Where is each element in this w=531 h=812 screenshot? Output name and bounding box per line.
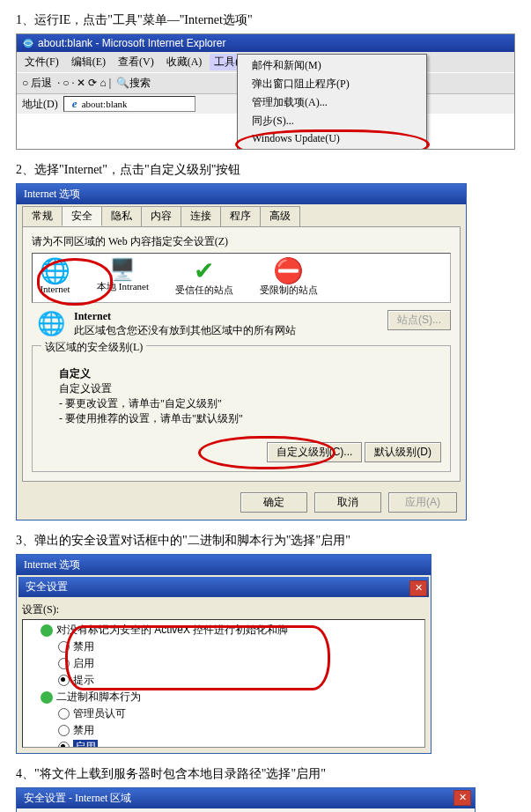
step4-text: 4、"将文件上载到服务器时包含本地目录路径"选择"启用" (16, 766, 515, 782)
tree-category: 对没有标记为安全的 ActiveX 控件进行初始化和脚 (25, 622, 423, 639)
apply-button: 应用(A) (388, 492, 457, 513)
tab-programs[interactable]: 程序 (220, 206, 261, 226)
tools-dropdown-menu: 邮件和新闻(M) 弹出窗口阻止程序(P) 管理加载项(A)... 同步(S)..… (237, 54, 427, 149)
custom-level-button[interactable]: 自定义级别(C)... (267, 442, 363, 462)
menu-file[interactable]: 文件(F) (20, 54, 63, 70)
restricted-icon: ⛔ (260, 259, 318, 284)
cancel-button[interactable]: 取消 (314, 492, 381, 513)
menu-item-popup[interactable]: 弹出窗口阻止程序(P) (240, 75, 424, 93)
tree-option-disable[interactable]: 禁用 (25, 639, 423, 655)
settings-label: 设置(S): (22, 602, 425, 619)
tree-option-enable-selected[interactable]: 启用 (25, 739, 423, 748)
level-fieldset: 该区域的安全级别(L) 自定义 自定义设置 - 要更改设置，请单击"自定义级别"… (32, 345, 451, 472)
tab-body-security: 请为不同区域的 Web 内容指定安全设置(Z) 🌐 Internet 🖥️ 本地… (22, 226, 461, 482)
tab-connections[interactable]: 连接 (181, 206, 221, 226)
screenshot-4-security-settings-upload: 安全设置 - Internet 区域 ✕ 设置 e加载应用程序和不安全文件 禁用… (16, 787, 476, 812)
subdialog-title: 安全设置 (18, 577, 429, 597)
tree-option-admin[interactable]: 管理员认可 (25, 705, 423, 722)
tab-general[interactable]: 常规 (22, 206, 63, 226)
custom-line3: - 要使用推荐的设置，请单击"默认级别" (59, 412, 243, 424)
check-icon: ✔ (175, 259, 233, 284)
dialog-body: 设置 e加载应用程序和不安全文件 禁用 启用 (不安全) 提示 (推荐) e将文… (17, 808, 475, 812)
zone-description: 🌐 Internet 此区域包含您还没有放到其他区域中的所有网站 站点(S)..… (37, 310, 451, 338)
custom-line2: - 要更改设置，请单击"自定义级别" (59, 397, 222, 410)
dialog-body: 设置(S): 对没有标记为安全的 ActiveX 控件进行初始化和脚 禁用 启用… (17, 597, 431, 753)
tab-content[interactable]: 内容 (141, 206, 181, 226)
zone-selector: 🌐 Internet 🖥️ 本地 Intranet ✔ 受信任的站点 ⛔ 受限制… (32, 253, 451, 303)
svg-point-0 (24, 39, 33, 48)
dialog-title: 安全设置 - Internet 区域 ✕ (17, 788, 475, 808)
zone-internet[interactable]: 🌐 Internet (40, 259, 70, 294)
tree-option-prompt[interactable]: 提示 (25, 672, 423, 689)
level-label: 该区域的安全级别(L) (41, 341, 146, 353)
search-button[interactable]: 🔍搜索 (116, 76, 151, 91)
zone-desc-title: Internet (74, 310, 111, 322)
screenshot-2-internet-options-dialog: Internet 选项 常规 安全 隐私 内容 连接 程序 高级 请为不同区域的… (16, 183, 467, 520)
zone-label: 受限制的站点 (260, 284, 318, 297)
close-icon[interactable]: ✕ (454, 790, 471, 806)
globe-icon: 🌐 (37, 310, 65, 337)
menu-item-addons[interactable]: 管理加载项(A)... (240, 93, 424, 112)
menu-edit[interactable]: 编辑(E) (67, 54, 110, 70)
address-value: about:blank (82, 99, 128, 109)
zone-label: Internet (40, 284, 70, 294)
zone-label: 受信任的站点 (175, 284, 233, 297)
zone-desc-text: 此区域包含您还没有放到其他区域中的所有网站 (74, 324, 296, 336)
zone-restricted[interactable]: ⛔ 受限制的站点 (260, 259, 318, 297)
close-icon[interactable]: ✕ (409, 580, 427, 596)
screenshot-1-ie-window: about:blank - Microsoft Internet Explore… (16, 33, 515, 150)
menu-item-mail[interactable]: 邮件和新闻(M) (240, 56, 424, 75)
dialog-title: Internet 选项 (17, 555, 431, 575)
menu-view[interactable]: 查看(V) (114, 54, 159, 70)
step2-text: 2、选择"Internet"，点击"自定义级别"按钮 (16, 162, 515, 178)
tab-security[interactable]: 安全 (62, 206, 102, 226)
toolbar-sep: · ○ · ✕ ⟳ ⌂ | (57, 77, 111, 90)
screenshot-3-security-settings: Internet 选项 安全设置 ✕ 设置(S): 对没有标记为安全的 Acti… (16, 554, 431, 754)
globe-icon: 🌐 (40, 259, 70, 284)
address-field[interactable]: e about:blank (63, 96, 195, 112)
custom-title: 自定义 (59, 367, 91, 380)
step1-text: 1、运行IE，点击"工具"菜单—"Internet选项" (16, 12, 515, 28)
intranet-icon: 🖥️ (97, 259, 149, 280)
zone-trusted[interactable]: ✔ 受信任的站点 (175, 259, 233, 297)
menu-item-sync[interactable]: 同步(S)... (240, 112, 424, 130)
tree-option-enable[interactable]: 启用 (25, 655, 423, 672)
tab-strip: 常规 安全 隐私 内容 连接 程序 高级 (17, 204, 466, 226)
sites-button: 站点(S)... (387, 310, 451, 330)
zone-local-intranet[interactable]: 🖥️ 本地 Intranet (97, 259, 149, 293)
settings-tree[interactable]: 对没有标记为安全的 ActiveX 控件进行初始化和脚 禁用 启用 提示 二进制… (22, 619, 425, 748)
dialog-title: Internet 选项 (17, 184, 466, 204)
ie-page-icon: e (68, 97, 82, 111)
ie-logo-icon (22, 37, 34, 49)
tab-privacy[interactable]: 隐私 (101, 206, 142, 226)
custom-line1: 自定义设置 (59, 382, 112, 395)
dialog-buttons: 确定 取消 应用(A) (17, 487, 466, 520)
menu-favorites[interactable]: 收藏(A) (162, 54, 207, 70)
ie-title-text: about:blank - Microsoft Internet Explore… (38, 37, 225, 49)
category-icon (41, 624, 53, 637)
step3-text: 3、弹出的安全设置对话框中的"二进制和脚本行为"选择"启用" (16, 533, 515, 549)
tab-advanced[interactable]: 高级 (260, 206, 300, 226)
tree-option-disable[interactable]: 禁用 (25, 722, 423, 739)
zone-label: 本地 Intranet (97, 280, 149, 293)
ok-button[interactable]: 确定 (240, 492, 307, 513)
default-level-button[interactable]: 默认级别(D) (365, 442, 441, 462)
tree-category-binary: 二进制和脚本行为 (25, 689, 423, 705)
zones-header: 请为不同区域的 Web 内容指定安全设置(Z) (32, 234, 451, 249)
back-button[interactable]: ○ 后退 (22, 76, 52, 91)
ie-titlebar: about:blank - Microsoft Internet Explore… (17, 34, 514, 52)
menu-item-winupdate[interactable]: Windows Update(U) (240, 130, 424, 147)
address-label: 地址(D) (22, 97, 58, 112)
category-icon (41, 691, 53, 704)
